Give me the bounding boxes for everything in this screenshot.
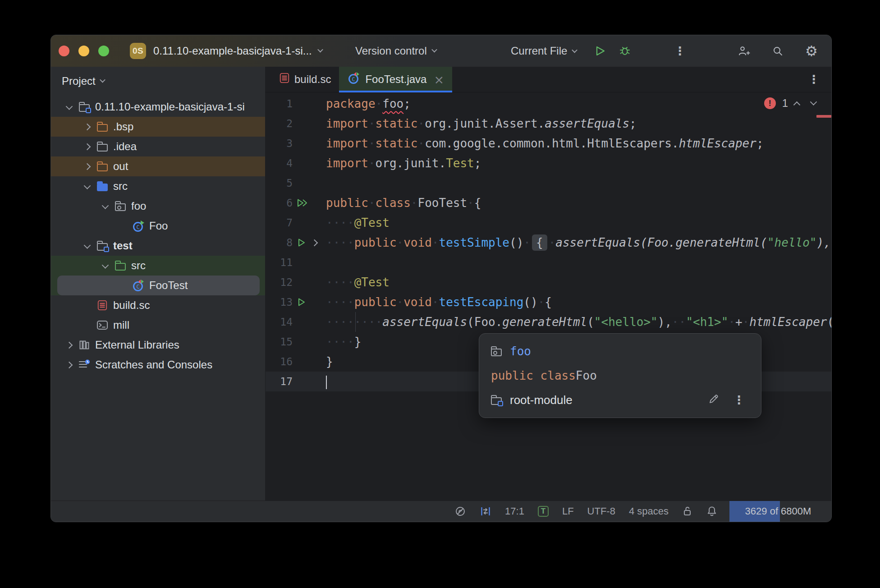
code-token: · xyxy=(742,315,750,329)
popup-module-row[interactable]: root-module ⋮ xyxy=(479,388,761,412)
tree-item-scratches-and-consoles[interactable]: Scratches and Consoles xyxy=(51,355,265,375)
line-number[interactable]: 3 xyxy=(266,138,293,149)
chevron-down-icon[interactable] xyxy=(317,46,323,52)
chevron-right-icon[interactable] xyxy=(62,355,76,375)
line-number[interactable]: 1 xyxy=(266,98,293,110)
tab-label: build.sc xyxy=(294,73,331,86)
tree-item-foo[interactable]: foo xyxy=(51,196,265,216)
prev-error-button[interactable] xyxy=(793,101,801,108)
file-type-badge[interactable]: T xyxy=(531,506,555,517)
line-number[interactable]: 16 xyxy=(266,356,293,368)
close-window-button[interactable] xyxy=(59,46,69,56)
scratches-icon xyxy=(76,355,92,375)
line-number[interactable]: 13 xyxy=(266,296,293,308)
chevron-down-icon[interactable] xyxy=(572,47,578,53)
class-test-icon: C xyxy=(130,276,147,295)
edit-pencil-icon[interactable] xyxy=(708,393,720,407)
tree-item-0-11-10-example-basicjava-1-si[interactable]: 0.11.10-example-basicjava-1-si xyxy=(51,97,265,117)
fold-collapsed-icon[interactable] xyxy=(311,239,318,247)
chevron-down-icon[interactable] xyxy=(98,196,112,216)
zoom-window-button[interactable] xyxy=(98,46,109,56)
chevron-right-icon[interactable] xyxy=(80,117,94,137)
debug-button[interactable] xyxy=(617,43,632,59)
line-number[interactable]: 2 xyxy=(266,118,293,129)
popup-package-row[interactable]: foo xyxy=(479,339,761,363)
code-token: ·· xyxy=(672,315,686,329)
line-number[interactable]: 6 xyxy=(266,197,293,209)
close-tab-icon[interactable]: × xyxy=(434,74,444,86)
add-user-button[interactable] xyxy=(736,43,752,59)
error-stripe-mark[interactable] xyxy=(816,115,831,118)
code-token: · xyxy=(411,196,418,210)
tab-footest-java[interactable]: C FooTest.java × xyxy=(339,67,452,92)
run-gutter-icon[interactable] xyxy=(293,233,316,253)
folded-region[interactable]: { xyxy=(532,234,547,251)
minimize-window-button[interactable] xyxy=(78,46,89,56)
code-token: } xyxy=(326,355,333,368)
tree-item-test[interactable]: test xyxy=(51,236,265,256)
line-number[interactable]: 4 xyxy=(266,157,293,169)
chevron-down-icon[interactable] xyxy=(80,236,94,256)
gutter xyxy=(293,312,316,332)
titlebar-right: ⚙ xyxy=(736,35,819,67)
chevron-glyph xyxy=(101,202,109,209)
notifications-bell-icon[interactable] xyxy=(700,505,724,517)
line-number[interactable]: 15 xyxy=(266,336,293,348)
tree-item-external-libraries[interactable]: External Libraries xyxy=(51,335,265,355)
tree-item--bsp[interactable]: .bsp xyxy=(51,117,265,137)
indent-config[interactable]: 4 spaces xyxy=(622,505,675,517)
run-gutter-icon[interactable] xyxy=(293,292,316,312)
chevron-right-icon[interactable] xyxy=(80,137,94,156)
tree-item-build-sc[interactable]: build.sc xyxy=(51,295,265,315)
file-encoding[interactable]: UTF-8 xyxy=(581,505,622,517)
line-number[interactable]: 12 xyxy=(266,276,293,288)
line-number[interactable]: 8 xyxy=(266,237,293,248)
package-folder-icon xyxy=(112,196,128,216)
popup-declaration-row[interactable]: public class Foo xyxy=(479,363,761,388)
line-number[interactable]: 11 xyxy=(266,257,293,268)
project-title[interactable]: 0.11.10-example-basicjava-1-si... xyxy=(153,45,312,57)
line-number[interactable]: 5 xyxy=(266,177,293,189)
chevron-down-icon[interactable] xyxy=(80,176,94,196)
settings-gear-icon[interactable]: ⚙ xyxy=(804,43,819,59)
run-configuration[interactable]: Current File xyxy=(511,45,567,57)
tab-options-button[interactable]: ⋮ xyxy=(808,67,820,92)
next-error-button[interactable] xyxy=(810,98,817,106)
popup-module-name: root-module xyxy=(510,393,573,407)
tree-item-src[interactable]: src xyxy=(51,176,265,196)
search-icon[interactable] xyxy=(770,43,785,59)
chevron-glyph xyxy=(65,361,73,368)
line-separator[interactable]: LF xyxy=(555,505,581,517)
inspections-widget[interactable]: ! 1 xyxy=(764,97,816,110)
chevron-down-icon[interactable] xyxy=(62,97,76,117)
soft-wrap-icon[interactable] xyxy=(473,505,498,517)
version-control-widget[interactable]: Version control xyxy=(355,35,436,67)
chevron-right-icon[interactable] xyxy=(80,156,94,176)
project-panel-header[interactable]: Project xyxy=(51,67,265,91)
more-options-icon[interactable]: ⋮ xyxy=(733,394,745,406)
code-token: ), xyxy=(817,236,831,249)
line-number[interactable]: 17 xyxy=(266,376,293,387)
code-token: FooTest xyxy=(418,196,468,210)
tree-item-src[interactable]: src xyxy=(51,256,265,276)
chevron-down-icon[interactable] xyxy=(98,256,112,276)
caret-position[interactable]: 17:1 xyxy=(498,505,531,517)
tree-item-foo[interactable]: CFoo xyxy=(51,216,265,236)
run-gutter-icon[interactable] xyxy=(293,193,316,213)
inspections-disabled-icon[interactable] xyxy=(448,505,473,517)
code-editor[interactable]: 1package·foo;2import·static·org.junit.As… xyxy=(266,92,831,501)
tree-item-mill[interactable]: mill xyxy=(51,315,265,335)
more-actions-button[interactable]: ⋮ xyxy=(674,35,686,67)
line-number[interactable]: 14 xyxy=(266,316,293,328)
tree-item-footest[interactable]: CFooTest xyxy=(51,276,265,295)
tab-build-sc[interactable]: build.sc xyxy=(271,67,339,92)
chevron-right-icon[interactable] xyxy=(62,335,76,355)
tree-item-out[interactable]: out xyxy=(51,156,265,176)
project-badge[interactable]: 0S xyxy=(130,43,146,59)
tree-item--idea[interactable]: .idea xyxy=(51,137,265,156)
excluded-folder-icon xyxy=(94,117,110,137)
run-button[interactable] xyxy=(592,43,607,59)
line-number[interactable]: 7 xyxy=(266,217,293,229)
lock-icon[interactable] xyxy=(675,505,700,517)
memory-indicator[interactable]: 3629 of 6800M xyxy=(729,501,831,522)
